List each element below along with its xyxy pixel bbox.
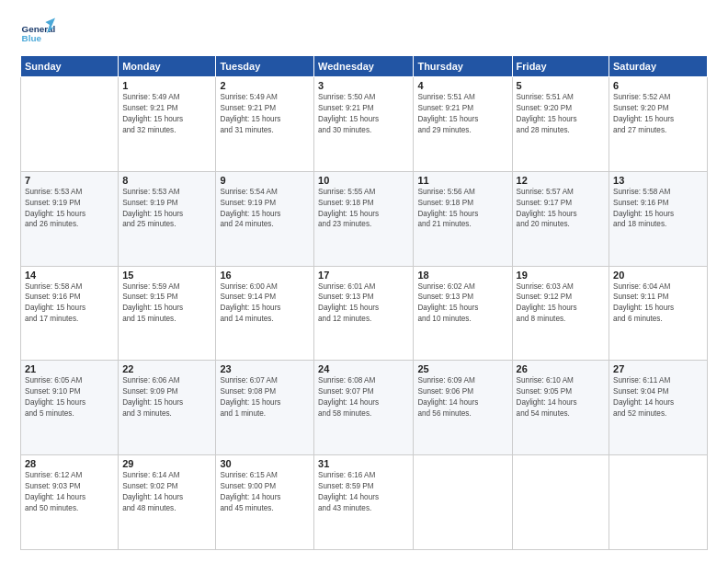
calendar-cell: 11Sunrise: 5:56 AM Sunset: 9:18 PM Dayli… <box>414 171 512 266</box>
calendar-table: SundayMondayTuesdayWednesdayThursdayFrid… <box>20 55 708 550</box>
day-number: 5 <box>517 80 605 91</box>
day-number: 26 <box>517 363 605 374</box>
weekday-header-sunday: Sunday <box>21 56 119 77</box>
day-info: Sunrise: 6:05 AM Sunset: 9:10 PM Dayligh… <box>25 375 114 419</box>
day-info: Sunrise: 6:02 AM Sunset: 9:13 PM Dayligh… <box>417 282 507 326</box>
day-info: Sunrise: 5:51 AM Sunset: 9:21 PM Dayligh… <box>417 92 507 136</box>
day-number: 31 <box>318 458 409 469</box>
calendar-header: SundayMondayTuesdayWednesdayThursdayFrid… <box>21 56 708 77</box>
day-number: 29 <box>122 458 211 469</box>
day-number: 15 <box>122 270 211 281</box>
day-number: 21 <box>25 363 114 374</box>
logo: General Blue <box>20 17 55 52</box>
day-info: Sunrise: 6:03 AM Sunset: 9:12 PM Dayligh… <box>517 282 605 326</box>
week-row-3: 14Sunrise: 5:58 AM Sunset: 9:16 PM Dayli… <box>21 266 708 361</box>
calendar-cell: 18Sunrise: 6:02 AM Sunset: 9:13 PM Dayli… <box>414 266 512 361</box>
calendar-cell: 3Sunrise: 5:50 AM Sunset: 9:21 PM Daylig… <box>314 77 414 172</box>
day-info: Sunrise: 6:15 AM Sunset: 9:00 PM Dayligh… <box>220 470 310 514</box>
day-info: Sunrise: 6:10 AM Sunset: 9:05 PM Dayligh… <box>517 375 605 419</box>
calendar-cell: 21Sunrise: 6:05 AM Sunset: 9:10 PM Dayli… <box>21 361 119 455</box>
calendar-cell <box>609 455 708 550</box>
day-info: Sunrise: 6:11 AM Sunset: 9:04 PM Dayligh… <box>613 375 703 419</box>
calendar-cell: 16Sunrise: 6:00 AM Sunset: 9:14 PM Dayli… <box>216 266 314 361</box>
day-info: Sunrise: 5:58 AM Sunset: 9:16 PM Dayligh… <box>613 187 703 231</box>
calendar-cell: 1Sunrise: 5:49 AM Sunset: 9:21 PM Daylig… <box>119 77 216 172</box>
calendar-cell <box>21 77 119 172</box>
day-number: 30 <box>220 458 310 469</box>
day-info: Sunrise: 5:51 AM Sunset: 9:20 PM Dayligh… <box>517 92 605 136</box>
calendar-cell: 4Sunrise: 5:51 AM Sunset: 9:21 PM Daylig… <box>414 77 512 172</box>
calendar-cell: 17Sunrise: 6:01 AM Sunset: 9:13 PM Dayli… <box>314 266 414 361</box>
day-number: 2 <box>220 80 310 91</box>
day-info: Sunrise: 5:49 AM Sunset: 9:21 PM Dayligh… <box>122 92 211 136</box>
day-number: 25 <box>417 363 507 374</box>
header: General Blue <box>20 17 708 52</box>
day-info: Sunrise: 6:09 AM Sunset: 9:06 PM Dayligh… <box>417 375 507 419</box>
calendar-cell: 25Sunrise: 6:09 AM Sunset: 9:06 PM Dayli… <box>414 361 512 455</box>
day-info: Sunrise: 6:14 AM Sunset: 9:02 PM Dayligh… <box>122 470 211 514</box>
day-number: 24 <box>318 363 409 374</box>
weekday-row: SundayMondayTuesdayWednesdayThursdayFrid… <box>21 56 708 77</box>
day-info: Sunrise: 6:06 AM Sunset: 9:09 PM Dayligh… <box>122 375 211 419</box>
day-number: 6 <box>613 80 703 91</box>
day-info: Sunrise: 5:52 AM Sunset: 9:20 PM Dayligh… <box>613 92 703 136</box>
day-number: 18 <box>417 270 507 281</box>
day-number: 19 <box>517 270 605 281</box>
week-row-5: 28Sunrise: 6:12 AM Sunset: 9:03 PM Dayli… <box>21 455 708 550</box>
calendar-cell: 31Sunrise: 6:16 AM Sunset: 8:59 PM Dayli… <box>314 455 414 550</box>
weekday-header-wednesday: Wednesday <box>314 56 414 77</box>
calendar-cell: 5Sunrise: 5:51 AM Sunset: 9:20 PM Daylig… <box>512 77 609 172</box>
calendar-cell: 23Sunrise: 6:07 AM Sunset: 9:08 PM Dayli… <box>216 361 314 455</box>
calendar-cell: 12Sunrise: 5:57 AM Sunset: 9:17 PM Dayli… <box>512 171 609 266</box>
day-info: Sunrise: 6:00 AM Sunset: 9:14 PM Dayligh… <box>220 282 310 326</box>
week-row-1: 1Sunrise: 5:49 AM Sunset: 9:21 PM Daylig… <box>21 77 708 172</box>
calendar-cell: 9Sunrise: 5:54 AM Sunset: 9:19 PM Daylig… <box>216 171 314 266</box>
day-number: 20 <box>613 270 703 281</box>
day-number: 8 <box>122 175 211 186</box>
calendar-cell <box>414 455 512 550</box>
day-number: 1 <box>122 80 211 91</box>
day-info: Sunrise: 5:53 AM Sunset: 9:19 PM Dayligh… <box>122 187 211 231</box>
calendar: SundayMondayTuesdayWednesdayThursdayFrid… <box>20 55 708 550</box>
day-number: 27 <box>613 363 703 374</box>
day-number: 3 <box>318 80 409 91</box>
calendar-cell: 30Sunrise: 6:15 AM Sunset: 9:00 PM Dayli… <box>216 455 314 550</box>
calendar-cell: 29Sunrise: 6:14 AM Sunset: 9:02 PM Dayli… <box>119 455 216 550</box>
weekday-header-friday: Friday <box>512 56 609 77</box>
calendar-cell <box>512 455 609 550</box>
calendar-cell: 22Sunrise: 6:06 AM Sunset: 9:09 PM Dayli… <box>119 361 216 455</box>
day-number: 12 <box>517 175 605 186</box>
day-info: Sunrise: 5:58 AM Sunset: 9:16 PM Dayligh… <box>25 282 114 326</box>
logo-icon: General Blue <box>20 17 55 52</box>
calendar-cell: 13Sunrise: 5:58 AM Sunset: 9:16 PM Dayli… <box>609 171 708 266</box>
day-number: 22 <box>122 363 211 374</box>
day-info: Sunrise: 6:08 AM Sunset: 9:07 PM Dayligh… <box>318 375 409 419</box>
day-number: 28 <box>25 458 114 469</box>
day-info: Sunrise: 5:56 AM Sunset: 9:18 PM Dayligh… <box>417 187 507 231</box>
week-row-2: 7Sunrise: 5:53 AM Sunset: 9:19 PM Daylig… <box>21 171 708 266</box>
week-row-4: 21Sunrise: 6:05 AM Sunset: 9:10 PM Dayli… <box>21 361 708 455</box>
weekday-header-saturday: Saturday <box>609 56 708 77</box>
day-number: 7 <box>25 175 114 186</box>
weekday-header-monday: Monday <box>119 56 216 77</box>
calendar-cell: 6Sunrise: 5:52 AM Sunset: 9:20 PM Daylig… <box>609 77 708 172</box>
day-number: 4 <box>417 80 507 91</box>
svg-text:Blue: Blue <box>22 33 42 43</box>
day-number: 10 <box>318 175 409 186</box>
calendar-cell: 2Sunrise: 5:49 AM Sunset: 9:21 PM Daylig… <box>216 77 314 172</box>
calendar-cell: 28Sunrise: 6:12 AM Sunset: 9:03 PM Dayli… <box>21 455 119 550</box>
calendar-cell: 20Sunrise: 6:04 AM Sunset: 9:11 PM Dayli… <box>609 266 708 361</box>
calendar-cell: 26Sunrise: 6:10 AM Sunset: 9:05 PM Dayli… <box>512 361 609 455</box>
day-info: Sunrise: 6:12 AM Sunset: 9:03 PM Dayligh… <box>25 470 114 514</box>
day-number: 14 <box>25 270 114 281</box>
day-info: Sunrise: 6:07 AM Sunset: 9:08 PM Dayligh… <box>220 375 310 419</box>
calendar-cell: 7Sunrise: 5:53 AM Sunset: 9:19 PM Daylig… <box>21 171 119 266</box>
calendar-cell: 14Sunrise: 5:58 AM Sunset: 9:16 PM Dayli… <box>21 266 119 361</box>
calendar-cell: 27Sunrise: 6:11 AM Sunset: 9:04 PM Dayli… <box>609 361 708 455</box>
day-info: Sunrise: 5:55 AM Sunset: 9:18 PM Dayligh… <box>318 187 409 231</box>
day-info: Sunrise: 6:01 AM Sunset: 9:13 PM Dayligh… <box>318 282 409 326</box>
weekday-header-thursday: Thursday <box>414 56 512 77</box>
day-number: 9 <box>220 175 310 186</box>
day-number: 13 <box>613 175 703 186</box>
day-number: 17 <box>318 270 409 281</box>
